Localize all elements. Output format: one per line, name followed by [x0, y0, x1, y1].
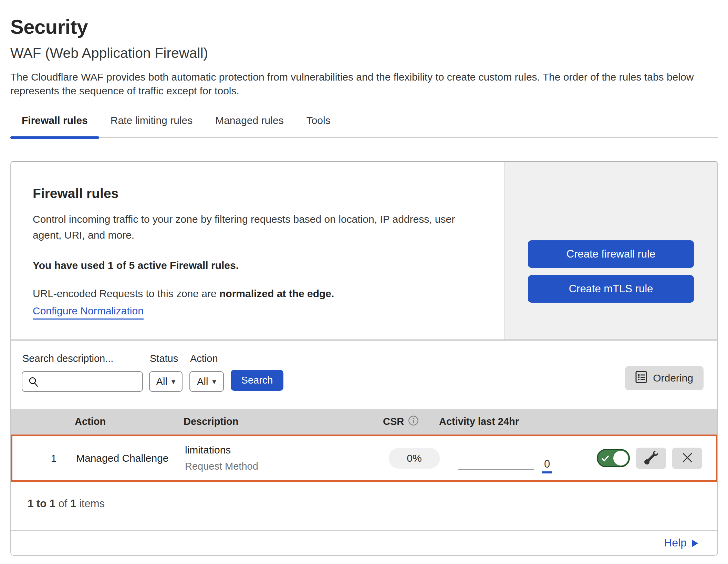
rule-description: limitations: [185, 444, 380, 456]
rule-activity-cell: 0: [440, 436, 571, 480]
rule-priority: 1: [12, 452, 76, 464]
items-range: 1 to 1: [28, 498, 55, 510]
rule-action: Managed Challenge: [76, 452, 185, 464]
page-title: Security: [10, 15, 718, 38]
action-select-value: All: [197, 376, 208, 387]
check-icon: [601, 454, 610, 463]
search-button-group: Search: [231, 353, 283, 391]
action-label: Action: [190, 353, 231, 364]
ordering-button-label: Ordering: [653, 372, 693, 384]
configure-normalization-link[interactable]: Configure Normalization: [33, 305, 144, 320]
caret-down-icon: ▾: [212, 378, 216, 386]
close-icon: [682, 452, 693, 464]
page-subtitle: WAF (Web Application Firewall): [10, 45, 718, 61]
action-select[interactable]: All ▾: [189, 371, 224, 392]
search-input[interactable]: [22, 371, 143, 392]
column-header-csr: CSR: [378, 415, 439, 428]
card-heading: Firewall rules: [33, 186, 483, 201]
rules-table-header: Action Description CSR Activity last 24h…: [11, 409, 717, 435]
search-label: Search description...: [22, 353, 149, 364]
rule-actions-panel: Create firewall rule Create mTLS rule: [504, 162, 717, 340]
ordering-list-icon: [635, 370, 647, 386]
help-link[interactable]: Help: [664, 536, 698, 549]
normalization-text-plain: URL-encoded Requests to this zone are: [33, 288, 219, 299]
tab-rate-limiting-rules[interactable]: Rate limiting rules: [99, 114, 204, 137]
create-mtls-rule-button[interactable]: Create mTLS rule: [528, 275, 694, 303]
rule-expression: Request Method: [185, 461, 380, 472]
help-link-label: Help: [664, 536, 687, 549]
toggle-knob: [613, 451, 628, 466]
csr-badge: 0%: [389, 448, 440, 469]
tab-managed-rules-label: Managed rules: [215, 115, 283, 126]
items-total: 1: [70, 498, 76, 510]
help-bar: Help: [11, 531, 717, 555]
rule-controls: [571, 448, 716, 469]
filter-bar: Search description... Status All ▾: [11, 341, 717, 409]
edit-rule-button[interactable]: [636, 448, 666, 469]
search-field-group: Search description...: [22, 353, 149, 392]
status-label: Status: [150, 353, 189, 364]
delete-rule-button[interactable]: [672, 448, 702, 469]
card-description: Control incoming traffic to your zone by…: [33, 211, 467, 243]
normalization-text-bold: normalized at the edge.: [219, 288, 334, 299]
firewall-rules-summary-section: Firewall rules Control incoming traffic …: [11, 162, 717, 341]
column-header-activity: Activity last 24hr: [439, 416, 570, 427]
help-arrow-icon: [692, 540, 698, 547]
column-header-csr-label: CSR: [383, 416, 404, 427]
search-button[interactable]: Search: [231, 370, 283, 391]
caret-down-icon: ▾: [171, 378, 176, 386]
create-firewall-rule-button[interactable]: Create firewall rule: [528, 240, 694, 268]
status-select[interactable]: All ▾: [149, 371, 183, 392]
column-header-description: Description: [184, 416, 378, 427]
action-filter-group: Action All ▾: [189, 353, 231, 392]
firewall-rule-row[interactable]: 1 Managed Challenge limitations Request …: [11, 435, 717, 482]
rule-enabled-toggle[interactable]: [597, 449, 630, 467]
search-input-wrap: [22, 371, 143, 392]
status-select-value: All: [156, 376, 167, 387]
waf-tabs-bar: Firewall rules Rate limiting rules Manag…: [10, 114, 718, 138]
firewall-rules-card: Firewall rules Control incoming traffic …: [10, 161, 718, 556]
rule-description-cell: limitations Request Method: [185, 444, 380, 472]
firewall-rules-info: Firewall rules Control incoming traffic …: [11, 162, 504, 340]
tab-managed-rules[interactable]: Managed rules: [204, 114, 295, 137]
activity-sparkline: [458, 469, 534, 470]
activity-count-link[interactable]: 0: [542, 458, 552, 473]
pagination-summary: 1 to 1 of 1 items: [11, 482, 717, 531]
tab-rate-limiting-rules-label: Rate limiting rules: [111, 115, 193, 126]
security-waf-page: Security WAF (Web Application Firewall) …: [0, 0, 728, 564]
column-header-action: Action: [75, 416, 184, 427]
tab-firewall-rules[interactable]: Firewall rules: [10, 114, 99, 137]
tab-tools[interactable]: Tools: [295, 114, 342, 137]
rule-csr-cell: 0%: [380, 448, 440, 469]
wrench-icon: [644, 451, 658, 466]
page-description: The Cloudflare WAF provides both automat…: [10, 70, 706, 98]
items-suffix: items: [76, 498, 105, 510]
tab-firewall-rules-label: Firewall rules: [22, 115, 88, 126]
items-of: of: [55, 498, 70, 510]
info-icon[interactable]: [408, 415, 419, 428]
usage-text: You have used 1 of 5 active Firewall rul…: [33, 260, 483, 271]
ordering-button[interactable]: Ordering: [625, 366, 704, 390]
status-filter-group: Status All ▾: [149, 353, 189, 392]
normalization-text: URL-encoded Requests to this zone are no…: [33, 288, 483, 300]
tab-tools-label: Tools: [306, 115, 331, 126]
